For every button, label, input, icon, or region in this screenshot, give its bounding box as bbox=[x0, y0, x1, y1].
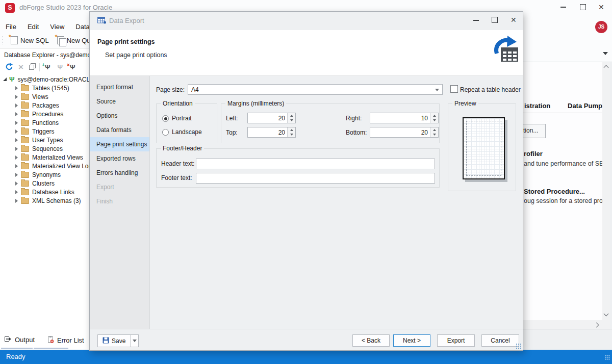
chevron-down-icon[interactable] bbox=[603, 52, 608, 55]
tree-item[interactable]: Synonyms bbox=[0, 170, 89, 179]
spin-down-icon[interactable] bbox=[430, 118, 438, 123]
tree-item[interactable]: Triggers bbox=[0, 127, 89, 136]
margin-bottom-spinner bbox=[370, 127, 439, 138]
save-icon bbox=[103, 337, 109, 345]
spin-up-icon[interactable] bbox=[430, 127, 438, 133]
margin-bottom-input[interactable] bbox=[370, 127, 439, 138]
duplicate-icon[interactable] bbox=[29, 63, 36, 72]
tree-root[interactable]: Ψ sys@demo-oracle:ORACLT bbox=[0, 75, 89, 84]
tree-item[interactable]: Clusters bbox=[0, 179, 89, 188]
chevron-right-icon[interactable] bbox=[15, 190, 18, 194]
folder-icon bbox=[21, 189, 29, 195]
menu-edit[interactable]: Edit bbox=[23, 21, 43, 32]
chevron-right-icon[interactable] bbox=[15, 173, 18, 177]
tree-item[interactable]: Procedures bbox=[0, 110, 89, 118]
header-text-fieldbox bbox=[196, 159, 435, 169]
tree-item[interactable]: Sequences bbox=[0, 144, 89, 153]
dialog-maximize-icon[interactable] bbox=[492, 17, 498, 23]
tab-data-pump[interactable]: Data Pump bbox=[568, 102, 602, 110]
vertical-scrollbar[interactable] bbox=[602, 62, 610, 320]
refresh-icon[interactable] bbox=[5, 63, 13, 72]
tree-item[interactable]: Database Links bbox=[0, 188, 89, 196]
spin-up-icon[interactable] bbox=[288, 127, 295, 133]
new-connection-icon[interactable]: +Ψ bbox=[45, 64, 50, 71]
margins-group: Margins (millimeters) Left: Right: Top: bbox=[221, 103, 440, 143]
clipped-button[interactable]: tion... bbox=[523, 124, 546, 138]
chevron-right-icon[interactable] bbox=[15, 155, 18, 160]
spin-down-icon[interactable] bbox=[288, 133, 295, 138]
disconnect-icon[interactable]: × bbox=[18, 64, 23, 71]
tree-item[interactable]: Views bbox=[0, 92, 89, 101]
tree-item[interactable]: Materialized View Logs bbox=[0, 162, 89, 170]
folder-icon bbox=[21, 111, 29, 117]
user-avatar-badge[interactable]: JS bbox=[595, 21, 607, 33]
chevron-right-icon[interactable] bbox=[15, 86, 18, 90]
spin-up-icon[interactable] bbox=[288, 113, 295, 118]
section-text: oug session for a stored proc bbox=[524, 197, 602, 204]
chevron-expanded-icon[interactable] bbox=[3, 77, 7, 81]
horizontal-scrollbar[interactable] bbox=[523, 320, 602, 329]
portrait-radio[interactable] bbox=[162, 115, 169, 122]
footer-text-input[interactable] bbox=[196, 173, 435, 183]
folder-icon bbox=[21, 172, 29, 178]
chevron-right-icon[interactable] bbox=[15, 199, 18, 203]
chevron-right-icon[interactable] bbox=[15, 95, 18, 99]
tree-item[interactable]: Functions bbox=[0, 118, 89, 127]
chevron-right-icon[interactable] bbox=[15, 103, 18, 108]
new-sql-button[interactable]: * New SQL bbox=[7, 35, 53, 46]
scroll-up-icon[interactable] bbox=[604, 65, 609, 70]
spin-down-icon[interactable] bbox=[288, 118, 295, 123]
close-icon[interactable]: ✕ bbox=[598, 4, 604, 11]
nav-page-print-settings[interactable]: Page print settings bbox=[90, 137, 149, 151]
dialog-close-icon[interactable]: ✕ bbox=[511, 16, 517, 23]
maximize-icon[interactable] bbox=[580, 4, 586, 10]
export-button[interactable]: Export bbox=[437, 334, 475, 347]
repeat-header-checkbox[interactable] bbox=[450, 85, 458, 93]
minimize-icon[interactable] bbox=[560, 7, 566, 8]
page-size-select[interactable]: A4 bbox=[188, 84, 443, 95]
chevron-right-icon[interactable] bbox=[15, 129, 18, 134]
dialog-resize-grip[interactable] bbox=[516, 343, 521, 349]
margin-right-input[interactable] bbox=[370, 113, 439, 123]
chevron-right-icon[interactable] bbox=[15, 164, 18, 168]
tree-item[interactable]: Tables (1545) bbox=[0, 84, 89, 92]
header-text-input[interactable] bbox=[196, 159, 435, 169]
cancel-button[interactable]: Cancel bbox=[481, 334, 519, 347]
folder-icon bbox=[21, 154, 29, 161]
spin-up-icon[interactable] bbox=[430, 113, 438, 118]
chevron-right-icon[interactable] bbox=[15, 181, 18, 186]
save-split-button[interactable]: Save bbox=[97, 334, 139, 347]
nav-errors-handling[interactable]: Errors handling bbox=[90, 166, 149, 180]
chevron-right-icon[interactable] bbox=[15, 147, 18, 151]
dialog-body: Export format Source Options Data format… bbox=[90, 76, 523, 329]
tab-output[interactable]: Output bbox=[4, 335, 35, 344]
chevron-right-icon[interactable] bbox=[15, 112, 18, 116]
window-resize-grip[interactable] bbox=[605, 355, 610, 360]
spin-down-icon[interactable] bbox=[430, 133, 438, 138]
tree-item[interactable]: User Types bbox=[0, 136, 89, 144]
delete-connection-icon[interactable]: ×Ψ bbox=[70, 64, 75, 71]
save-dropdown-icon[interactable] bbox=[130, 335, 138, 347]
tab-administration[interactable]: istration bbox=[524, 102, 550, 110]
tree-item[interactable]: Materialized Views bbox=[0, 153, 89, 162]
scroll-right-icon[interactable] bbox=[594, 323, 599, 328]
toolbar-grip[interactable] bbox=[2, 36, 4, 45]
nav-options[interactable]: Options bbox=[90, 109, 149, 123]
next-button[interactable]: Next > bbox=[393, 334, 430, 347]
tab-error-list[interactable]: Error List bbox=[47, 335, 84, 345]
tree-item[interactable]: Packages bbox=[0, 101, 89, 110]
scroll-down-icon[interactable] bbox=[604, 311, 609, 317]
nav-source[interactable]: Source bbox=[90, 94, 149, 109]
chevron-right-icon[interactable] bbox=[15, 121, 18, 125]
chevron-right-icon[interactable] bbox=[15, 138, 18, 142]
tree-item[interactable]: XML Schemas (3) bbox=[0, 196, 89, 205]
nav-export-format[interactable]: Export format bbox=[90, 80, 149, 94]
menu-file[interactable]: File bbox=[1, 21, 21, 32]
nav-exported-rows[interactable]: Exported rows bbox=[90, 151, 149, 166]
dialog-minimize-icon[interactable] bbox=[473, 20, 479, 21]
connection-icon[interactable]: Ψ bbox=[57, 64, 63, 71]
back-button[interactable]: < Back bbox=[352, 334, 390, 347]
landscape-radio[interactable] bbox=[162, 129, 169, 136]
menu-view[interactable]: View bbox=[45, 21, 69, 32]
nav-data-formats[interactable]: Data formats bbox=[90, 123, 149, 137]
